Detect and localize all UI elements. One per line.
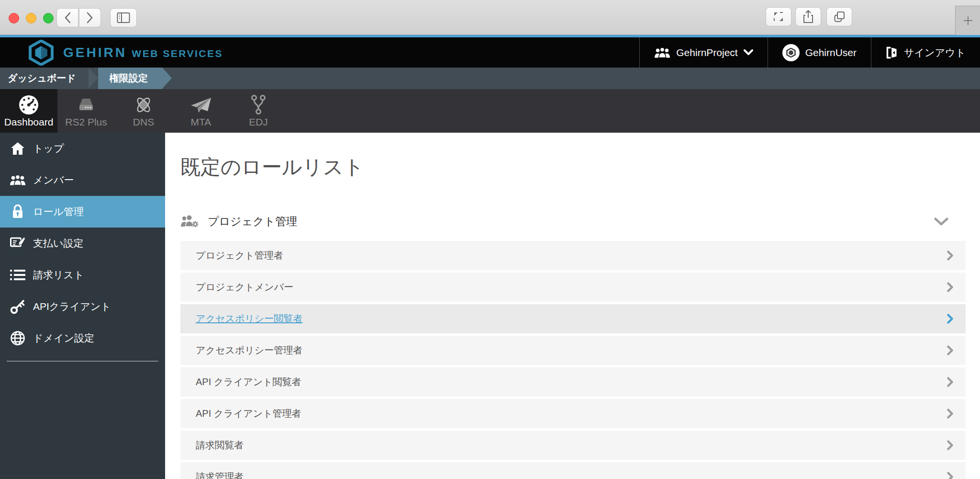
home-icon: [11, 142, 25, 155]
role-label: プロジェクトメンバー: [196, 281, 293, 294]
signout-icon: [886, 46, 898, 59]
role-group-header[interactable]: プロジェクト管理: [180, 209, 966, 233]
back-button[interactable]: [56, 8, 78, 27]
chevron-left-icon: [64, 11, 71, 24]
users-gear-icon: [180, 214, 200, 228]
sidebar-item-members[interactable]: メンバー: [0, 164, 165, 196]
users-icon: [10, 174, 26, 186]
sidebar-item-label: 支払い設定: [33, 237, 84, 250]
forward-button[interactable]: [79, 8, 101, 27]
role-row-billing-viewer[interactable]: 請求閲覧者: [180, 431, 966, 460]
chevron-right-icon: [86, 11, 94, 24]
role-row-access-policy-admin[interactable]: アクセスポリシー管理者: [180, 336, 966, 365]
plus-icon: [963, 15, 973, 26]
chevron-right-icon: [947, 472, 953, 479]
key-icon: [10, 299, 25, 314]
user-menu[interactable]: GehirnUser: [768, 37, 871, 68]
chevron-right-icon: [947, 440, 953, 450]
role-group-title: プロジェクト管理: [208, 214, 297, 229]
minimize-window-button[interactable]: [26, 13, 36, 23]
app-header: GEHIRN WEB SERVICES GehirnProject Gehirn…: [0, 37, 980, 68]
fullscreen-button[interactable]: [766, 7, 791, 26]
role-label: プロジェクト管理者: [196, 249, 283, 262]
sidebar-toggle-button[interactable]: [110, 8, 137, 27]
role-label: API クライアント管理者: [196, 407, 301, 420]
role-row-access-policy-viewer[interactable]: アクセスポリシー閲覧者: [180, 304, 966, 333]
sidebar-item-top[interactable]: トップ: [0, 133, 165, 164]
sidebar-item-payment[interactable]: 支払い設定: [0, 228, 165, 259]
git-branch-icon: [251, 95, 266, 115]
header-menu: GehirnProject GehirnUser サインアウト: [639, 37, 980, 68]
role-label: アクセスポリシー閲覧者: [196, 312, 302, 325]
role-row-project-admin[interactable]: プロジェクト管理者: [180, 241, 966, 270]
server-icon: [76, 97, 97, 113]
signout-button[interactable]: サインアウト: [871, 37, 980, 68]
nav-item-mta[interactable]: MTA: [172, 89, 230, 133]
share-button[interactable]: [795, 7, 821, 26]
users-icon: [654, 46, 670, 59]
sidebar-item-roles[interactable]: ロール管理: [0, 196, 165, 228]
page-title: 既定のロールリスト: [180, 154, 966, 181]
list-icon: [10, 269, 25, 281]
sidebar-item-billing[interactable]: 請求リスト: [0, 259, 165, 291]
main-content: 既定のロールリスト プロジェクト管理 プロジェクト管理者 プロジェクトメンバー: [165, 133, 980, 479]
tabs-icon: [833, 11, 846, 23]
role-label: アクセスポリシー管理者: [196, 344, 302, 357]
user-avatar: [782, 44, 800, 61]
project-menu[interactable]: GehirnProject: [639, 37, 767, 68]
user-menu-label: GehirnUser: [805, 47, 857, 58]
nav-item-rs2-plus[interactable]: RS2 Plus: [57, 89, 115, 133]
breadcrumb-label: ダッシュボード: [8, 72, 76, 85]
nav-item-label: RS2 Plus: [57, 116, 115, 128]
close-window-button[interactable]: [9, 13, 19, 23]
sidebar-divider: [7, 361, 158, 362]
sidebar-icon: [117, 12, 130, 23]
chevron-down-icon: [934, 217, 948, 226]
browser-toolbar: [0, 0, 980, 35]
nav-item-label: EDJ: [230, 116, 287, 128]
zoom-window-button[interactable]: [43, 13, 54, 23]
atom-icon: [134, 95, 154, 115]
breadcrumb-dashboard[interactable]: ダッシュボード: [0, 68, 89, 89]
chevron-right-icon: [947, 282, 953, 292]
lock-icon: [11, 204, 24, 219]
nav-item-dns[interactable]: DNS: [115, 89, 172, 133]
nav-item-dashboard[interactable]: Dashboard: [0, 89, 57, 133]
chevron-right-icon: [947, 314, 953, 324]
nav-item-label: MTA: [172, 116, 230, 128]
breadcrumb: ダッシュボード 権限設定: [0, 68, 980, 89]
breadcrumb-arrow-icon: [89, 68, 98, 89]
sidebar-item-label: トップ: [33, 142, 64, 155]
breadcrumb-permissions[interactable]: 権限設定: [98, 68, 162, 89]
fullscreen-icon: [772, 11, 785, 23]
brand-title: GEHIRN: [63, 45, 127, 60]
nav-item-edj[interactable]: EDJ: [230, 89, 287, 133]
chevron-right-icon: [947, 377, 953, 387]
new-tab-button[interactable]: [955, 6, 980, 35]
sidebar-item-label: ドメイン設定: [33, 331, 94, 345]
sidebar-item-api-clients[interactable]: APIクライアント: [0, 291, 165, 322]
traffic-lights: [9, 13, 54, 23]
product-nav: Dashboard RS2 Plus DNS: [0, 89, 980, 133]
payment-icon: [10, 236, 25, 251]
sidebar-item-domains[interactable]: ドメイン設定: [0, 322, 165, 354]
role-row-api-client-viewer[interactable]: API クライアント閲覧者: [180, 367, 966, 397]
role-row-api-client-admin[interactable]: API クライアント管理者: [180, 399, 966, 428]
role-row-project-member[interactable]: プロジェクトメンバー: [180, 273, 966, 302]
sidebar: トップ メンバー ロール管理 支払い設定: [0, 133, 165, 479]
role-row-billing-admin[interactable]: 請求管理者: [180, 462, 966, 479]
project-menu-label: GehirnProject: [676, 47, 737, 58]
gehirn-logo[interactable]: GEHIRN WEB SERVICES: [0, 40, 639, 66]
share-icon: [802, 10, 814, 23]
role-label: 請求閲覧者: [196, 439, 244, 452]
sidebar-item-label: ロール管理: [33, 205, 84, 218]
chevron-right-icon: [947, 409, 953, 419]
role-list: プロジェクト管理者 プロジェクトメンバー アクセスポリシー閲覧者 アクセスポリシ…: [180, 241, 966, 479]
sidebar-item-label: 請求リスト: [33, 268, 84, 282]
tab-overview-button[interactable]: [826, 7, 852, 26]
nav-item-label: DNS: [115, 116, 172, 128]
breadcrumb-arrow-icon: [162, 68, 172, 89]
gehirn-avatar-icon: [786, 48, 796, 57]
breadcrumb-label: 権限設定: [110, 72, 148, 85]
chevron-right-icon: [947, 345, 953, 355]
